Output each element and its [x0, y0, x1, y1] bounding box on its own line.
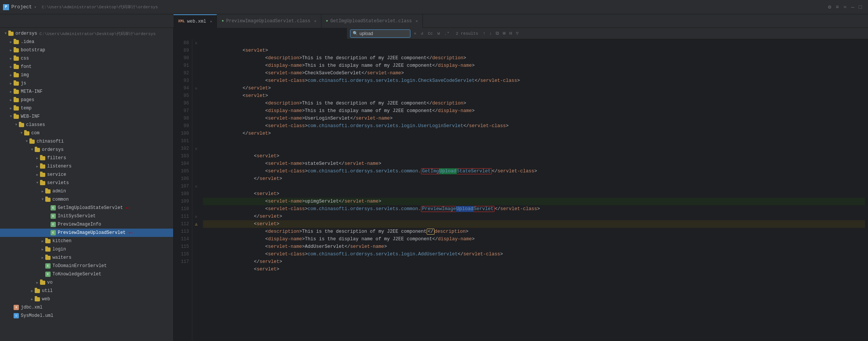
tab-getimg-upload-close[interactable]: ✕	[416, 19, 418, 23]
sidebar-item-bootstrap[interactable]: ▶ bootstrap	[0, 46, 173, 54]
g-114	[192, 235, 200, 243]
jdbc-xml-label: jdbc.xml	[21, 305, 43, 310]
search-input[interactable]	[359, 31, 393, 36]
sidebar-item-vo[interactable]: ▶ vo	[0, 278, 173, 287]
previewupload-label: PreviewImageUploadServlet	[58, 230, 126, 235]
code-lines: <servlet> <description>This is the descr…	[200, 39, 868, 341]
project-dropdown-icon[interactable]: ▾	[34, 5, 37, 9]
sidebar-item-web-inf[interactable]: ▼ WEB-INF	[0, 112, 173, 121]
filters-label: filters	[47, 155, 66, 161]
sidebar-item-toknowledge[interactable]: C ToKnowledgeServlet	[0, 270, 173, 278]
meta-inf-folder-icon	[14, 90, 19, 94]
sidebar-item-meta-inf[interactable]: ▶ META-INF	[0, 88, 173, 96]
tab-web-xml-close[interactable]: ✕	[210, 19, 212, 24]
waiters-label: waiters	[52, 255, 71, 260]
sidebar-item-temp[interactable]: ▶ temp	[0, 104, 173, 112]
sidebar-item-todomainerror[interactable]: C ToDomainErrorServlet	[0, 262, 173, 270]
classes-arrow: ▼	[14, 123, 19, 127]
ln-91: 91	[177, 62, 189, 69]
classes-label: classes	[26, 122, 45, 127]
ln-95: 95	[177, 92, 189, 100]
sidebar-item-service[interactable]: ▶ service	[0, 170, 173, 179]
bootstrap-label: bootstrap	[21, 48, 45, 53]
sidebar-item-admin[interactable]: ▶ admin	[0, 187, 173, 195]
minimize-icon[interactable]: —	[851, 4, 854, 10]
servlets-folder-icon	[40, 181, 45, 185]
search-next-button[interactable]: ↓	[489, 31, 492, 36]
search-filter-button[interactable]: ⊟	[509, 31, 512, 36]
sidebar-root[interactable]: ▼ ordersys C:\Users\Administrator\Deskto…	[0, 29, 173, 38]
layout-icon[interactable]: ≈	[843, 4, 846, 10]
kitchen-arrow: ▶	[40, 239, 45, 243]
getimg-class-icon: C	[51, 205, 56, 210]
search-regex-button[interactable]: .*	[443, 31, 450, 36]
sidebar-item-initsys[interactable]: C InitSysServlet	[0, 212, 173, 220]
sidebar-item-web[interactable]: ▶ web	[0, 295, 173, 303]
sidebar-item-getimg[interactable]: C GetImgUploadStateServlet ←	[0, 204, 173, 212]
search-split-button[interactable]: ⧉	[496, 31, 499, 36]
project-title[interactable]: Project	[11, 4, 32, 10]
sidebar-item-chinasofti[interactable]: ▼ chinasofti	[0, 137, 173, 146]
tab-getimg-upload-label: GetImgUploadStateServlet.class	[330, 18, 412, 24]
meta-inf-label: META-INF	[21, 89, 43, 94]
sidebar-item-jdbc-xml[interactable]: X jdbc.xml	[0, 303, 173, 312]
waiters-folder-icon	[45, 256, 51, 260]
img-folder-icon	[14, 73, 19, 77]
web-inf-folder-icon	[14, 115, 19, 119]
service-folder-icon	[40, 173, 45, 177]
sidebar-item-previewupload[interactable]: C PreviewImageUploadServlet ←	[0, 229, 173, 237]
code-editor[interactable]: 88 89 90 91 92 93 94 95 96 97 98 99 100 …	[174, 39, 868, 341]
maximize-icon[interactable]: □	[859, 4, 862, 10]
code-line-89: <description>This is the description of …	[203, 47, 865, 54]
tab-getimg-upload[interactable]: ● GetImgUploadStateServlet.class ✕	[321, 14, 423, 28]
search-refresh-button[interactable]: ↺	[420, 31, 425, 36]
sidebar-item-common[interactable]: ▼ common	[0, 195, 173, 204]
sysmodel-icon: U	[14, 313, 19, 318]
web-inf-label: WEB-INF	[21, 114, 40, 119]
ln-92: 92	[177, 69, 189, 77]
sidebar-item-listeners[interactable]: ▶ listeners	[0, 162, 173, 170]
tab-preview-upload[interactable]: ● PreviewImageUploadServlet.class ✕	[217, 14, 321, 28]
sidebar-item-filters[interactable]: ▶ filters	[0, 154, 173, 162]
search-word-button[interactable]: W	[436, 31, 441, 36]
sidebar-item-com[interactable]: ▼ com	[0, 129, 173, 137]
sidebar-item-util[interactable]: ▶ util	[0, 287, 173, 295]
sidebar-item-servlets[interactable]: ▼ servlets	[0, 179, 173, 187]
sidebar-item-previewimageinfo[interactable]: C PreviewImageInfo	[0, 220, 173, 229]
sidebar-item-idea[interactable]: ▶ .idea	[0, 38, 173, 46]
sidebar-item-font[interactable]: ▶ font	[0, 63, 173, 71]
search-case-button[interactable]: Cc	[427, 31, 434, 36]
sidebar-item-sysmodel[interactable]: U SysModel.uml	[0, 312, 173, 320]
g-103	[192, 152, 200, 160]
bootstrap-folder-icon	[14, 48, 19, 52]
sidebar-item-js[interactable]: ▶ js	[0, 79, 173, 88]
code-line-112: <description>This is the description of …	[203, 220, 865, 228]
search-funnel-button[interactable]: ▽	[516, 31, 519, 36]
sidebar-item-pages[interactable]: ▶ pages	[0, 96, 173, 104]
sidebar-item-ordersys2[interactable]: ▼ ordersys	[0, 146, 173, 154]
sysmodel-label: SysModel.uml	[21, 313, 53, 318]
toknowledge-class-icon: C	[45, 272, 51, 277]
search-clear-button[interactable]: ✕	[413, 31, 418, 36]
ln-94: 94	[177, 84, 189, 92]
tab-web-xml[interactable]: XML web.xml ✕	[174, 14, 217, 28]
search-prev-button[interactable]: ↑	[483, 31, 485, 36]
menu-icon[interactable]: ≡	[836, 4, 839, 10]
search-options-button[interactable]: ⊞	[503, 31, 505, 36]
kitchen-folder-icon	[45, 239, 51, 243]
sidebar-item-css[interactable]: ▶ css	[0, 54, 173, 63]
sidebar-item-classes[interactable]: ▼ classes	[0, 121, 173, 129]
sidebar-item-waiters[interactable]: ▶ waiters	[0, 253, 173, 262]
web-folder-icon	[35, 297, 40, 301]
search-input-wrap[interactable]: 🔍	[350, 29, 410, 38]
settings-icon[interactable]: ⚙	[828, 4, 831, 10]
sidebar-item-img[interactable]: ▶ img	[0, 71, 173, 79]
ln-97: 97	[177, 107, 189, 115]
service-label: service	[47, 172, 66, 177]
sidebar-item-kitchen[interactable]: ▶ kitchen	[0, 237, 173, 245]
sidebar-item-login[interactable]: ▶ login	[0, 245, 173, 253]
tab-preview-upload-close[interactable]: ✕	[314, 19, 316, 23]
idea-arrow: ▶	[8, 40, 14, 44]
ordersys2-label: ordersys	[42, 147, 64, 152]
filters-folder-icon	[40, 156, 45, 160]
